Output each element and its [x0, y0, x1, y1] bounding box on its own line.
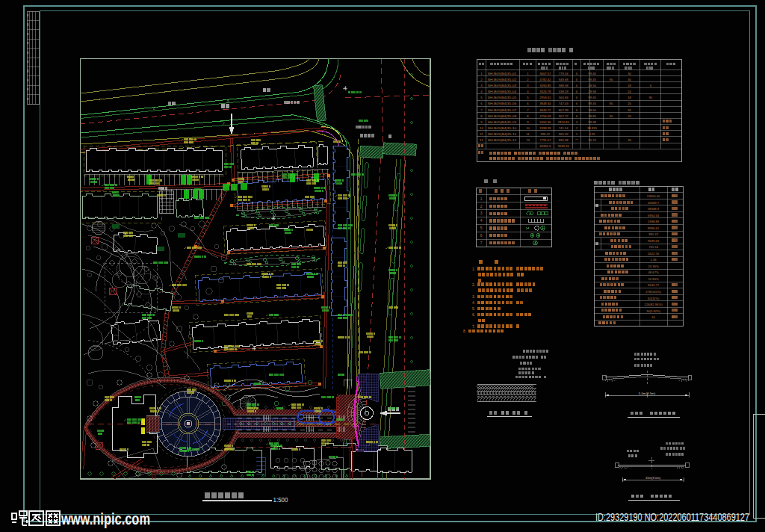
svg-text:28.58: 28.58 [588, 90, 596, 93]
svg-text:2622.76: 2622.76 [648, 252, 660, 256]
svg-text:895.98: 895.98 [559, 138, 569, 142]
svg-text:2874.80: 2874.80 [558, 120, 570, 124]
svg-text:741.54: 741.54 [559, 126, 569, 130]
svg-text:7791.67: 7791.67 [539, 138, 551, 142]
svg-text:99.98: 99.98 [588, 120, 596, 124]
svg-text:7.: 7. [472, 325, 475, 329]
svg-text:1.: 1. [472, 267, 475, 271]
svg-text:90: 90 [648, 96, 652, 99]
svg-text:24: 24 [628, 90, 631, 93]
svg-text:5.: 5. [472, 307, 475, 311]
svg-text:538.29: 538.29 [559, 90, 569, 93]
svg-text:ID:29329190 NO:202206011734408: ID:29329190 NO:20220601173440869127 [595, 510, 749, 523]
svg-text:965.92: 965.92 [559, 132, 569, 136]
svg-text:20: 20 [628, 114, 631, 118]
svg-text:747.43: 747.43 [559, 102, 569, 105]
svg-text:907.72: 907.72 [559, 114, 569, 118]
svg-text:3390.85: 3390.85 [539, 84, 551, 87]
svg-text:30: 30 [628, 72, 631, 75]
svg-text:48.67%: 48.67% [648, 270, 658, 274]
svg-text:20: 20 [628, 102, 631, 105]
svg-text:18: 18 [628, 96, 631, 99]
svg-text:807.99: 807.99 [559, 108, 569, 112]
svg-text:46969.7: 46969.7 [648, 201, 660, 205]
svg-text:28.50: 28.50 [588, 108, 596, 112]
svg-text:4756.69: 4756.69 [539, 114, 551, 118]
svg-text:7: 7 [480, 241, 483, 245]
svg-text:6954.54: 6954.54 [648, 214, 660, 217]
svg-text:5.0m(3.5m): 5.0m(3.5m) [639, 392, 656, 395]
svg-text:SH-B09(B4)35-12: SH-B09(B4)35-12 [488, 138, 517, 142]
svg-text:761.54: 761.54 [648, 245, 658, 249]
svg-text:28.85: 28.85 [588, 114, 596, 118]
svg-text:779.34: 779.34 [559, 72, 569, 75]
svg-text:90: 90 [610, 78, 613, 81]
svg-text:19654.40: 19654.40 [647, 194, 660, 198]
svg-text:2.: 2. [472, 283, 475, 287]
svg-text:278(100%): 278(100%) [645, 290, 661, 294]
svg-text:3848.34: 3848.34 [539, 102, 551, 105]
svg-text:1998.99: 1998.99 [539, 126, 551, 130]
svg-text:3: 3 [480, 211, 483, 215]
svg-text:11: 11 [480, 132, 483, 136]
svg-text:SH-B09(B4)35-02: SH-B09(B4)35-02 [488, 78, 517, 81]
svg-text:SH-B09(B4)35-05: SH-B09(B4)35-05 [488, 96, 517, 99]
svg-text:30(11%): 30(11%) [648, 297, 660, 300]
svg-text:9639.36: 9639.36 [558, 144, 570, 148]
svg-text:SH-B09(B4)35-08: SH-B09(B4)35-08 [488, 114, 517, 118]
svg-text:**: ** [575, 138, 578, 142]
svg-text:30: 30 [628, 78, 631, 81]
svg-text:3326.78: 3326.78 [539, 90, 551, 93]
svg-text:4.95: 4.95 [589, 132, 596, 136]
svg-text:566.84: 566.84 [559, 96, 569, 99]
svg-text:949.68: 949.68 [559, 78, 569, 81]
svg-text:12: 12 [480, 138, 483, 142]
svg-text:98.835: 98.835 [587, 126, 597, 130]
svg-text:6: 6 [480, 234, 483, 238]
svg-text:24.36%: 24.36% [648, 265, 658, 268]
svg-text:28.56: 28.56 [588, 84, 596, 87]
svg-text:9699.63: 9699.63 [648, 239, 660, 243]
svg-text:4782.42: 4782.42 [539, 78, 551, 81]
svg-text:SH-B09(B4)35-01: SH-B09(B4)35-01 [488, 72, 517, 75]
svg-text:1:500: 1:500 [273, 495, 288, 504]
svg-text:4.: 4. [472, 301, 475, 305]
svg-text:18: 18 [628, 84, 631, 87]
svg-text:10: 10 [526, 126, 530, 130]
svg-text:SH-B09(B4)35-03: SH-B09(B4)35-03 [488, 84, 517, 87]
svg-text:1998.89: 1998.89 [648, 220, 660, 223]
svg-text:226(82.96%): 226(82.96%) [645, 303, 663, 306]
svg-text:8996.61: 8996.61 [648, 226, 660, 230]
svg-text:588.58: 588.58 [559, 84, 569, 87]
svg-text:SH-B09(B4)35-09: SH-B09(B4)35-09 [488, 120, 517, 124]
svg-text:99.45: 99.45 [588, 78, 596, 81]
svg-text:8.: 8. [463, 330, 466, 333]
svg-text:SH-B09(B4)35-11: SH-B09(B4)35-11 [488, 132, 517, 136]
svg-text:4: 4 [480, 219, 483, 223]
svg-text:6.: 6. [472, 313, 475, 317]
svg-text:38588.9: 38588.9 [648, 207, 660, 211]
svg-text:10: 10 [651, 315, 655, 319]
svg-text:90: 90 [610, 114, 613, 118]
svg-text:SH-B09(B4)35-06: SH-B09(B4)35-06 [488, 102, 517, 105]
svg-text:99.45: 99.45 [588, 96, 596, 99]
svg-text:2: 2 [480, 205, 483, 208]
svg-text:10: 10 [480, 126, 483, 130]
svg-text:991.22: 991.22 [648, 232, 658, 236]
svg-text:3667.57: 3667.57 [539, 72, 551, 75]
svg-text:46966.9: 46966.9 [539, 144, 551, 148]
svg-text:1: 1 [480, 197, 483, 201]
svg-text:SH-B09(B4)35-07: SH-B09(B4)35-07 [488, 108, 517, 112]
svg-text:90: 90 [610, 102, 613, 105]
svg-text:SH-B09(B4)35-04: SH-B09(B4)35-04 [488, 90, 517, 93]
svg-text:99.45: 99.45 [588, 72, 596, 75]
svg-text:5554.36: 5554.36 [539, 120, 551, 124]
svg-text:5: 5 [480, 226, 483, 230]
svg-text:4844.72: 4844.72 [539, 108, 551, 112]
svg-text:3.: 3. [472, 295, 475, 299]
svg-text:www.nipic.com: www.nipic.com [61, 510, 150, 528]
svg-text:16(5.92%): 16(5.92%) [646, 309, 661, 313]
svg-text:16.85%: 16.85% [648, 277, 658, 281]
svg-text:11: 11 [526, 132, 530, 136]
svg-text:999.22: 999.22 [540, 132, 550, 136]
